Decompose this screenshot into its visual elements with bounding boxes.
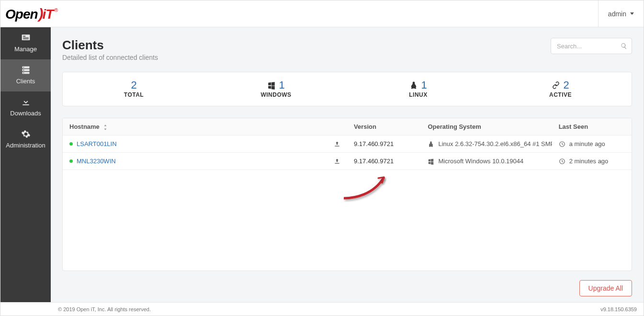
windows-icon bbox=[267, 81, 276, 90]
os-text: Linux 2.6.32-754.30.2.el6.x86_64 #1 SMP… bbox=[438, 140, 552, 147]
windows-icon bbox=[428, 158, 434, 165]
col-version[interactable]: Version bbox=[347, 118, 421, 135]
table-row: LSART001LIN 9.17.460.9721 Linux 2.6.32-7… bbox=[63, 135, 632, 153]
status-dot bbox=[69, 159, 73, 163]
user-menu[interactable]: admin bbox=[598, 0, 644, 27]
clients-table: Hostname Version Operating System Last S… bbox=[63, 118, 632, 170]
manage-icon bbox=[20, 33, 32, 43]
sort-icon bbox=[103, 124, 108, 130]
sidebar-item-label: Manage bbox=[14, 45, 37, 53]
stat-value: 2 bbox=[131, 80, 136, 90]
upload-icon[interactable] bbox=[334, 158, 340, 165]
col-os[interactable]: Operating System bbox=[421, 118, 552, 135]
footer-copyright: © 2019 Open iT, Inc. All rights reserved… bbox=[58, 306, 151, 312]
sidebar-item-clients[interactable]: Clients bbox=[0, 59, 51, 91]
link-icon bbox=[552, 81, 560, 90]
sidebar-item-label: Administration bbox=[6, 142, 45, 149]
stats-panel: 2 TOTAL 1 WINDOWS 1 LINUX bbox=[62, 72, 632, 106]
stat-value: 1 bbox=[279, 80, 284, 90]
upgrade-all-button[interactable]: Upgrade All bbox=[579, 280, 632, 296]
stat-label: WINDOWS bbox=[260, 91, 291, 98]
version-cell: 9.17.460.9721 bbox=[347, 135, 421, 153]
clients-table-panel: Hostname Version Operating System Last S… bbox=[62, 118, 632, 271]
hostname-link[interactable]: MNL3230WIN bbox=[77, 158, 116, 165]
main-content: Clients Detailed list of connected clien… bbox=[51, 27, 644, 302]
stat-windows[interactable]: 1 WINDOWS bbox=[205, 72, 347, 106]
last-seen-text: 2 minutes ago bbox=[569, 158, 609, 165]
page-title: Clients bbox=[62, 38, 158, 53]
os-text: Microsoft Windows 10.0.19044 bbox=[438, 158, 523, 165]
clock-icon bbox=[559, 158, 565, 165]
search-icon bbox=[621, 43, 627, 49]
col-hostname[interactable]: Hostname bbox=[63, 118, 347, 135]
sidebar-item-label: Clients bbox=[16, 78, 35, 85]
caret-down-icon bbox=[630, 12, 634, 15]
linux-icon bbox=[428, 141, 434, 147]
sidebar-item-administration[interactable]: Administration bbox=[0, 124, 51, 156]
status-dot bbox=[69, 142, 73, 146]
linux-icon bbox=[409, 81, 418, 90]
stat-label: TOTAL bbox=[124, 91, 144, 98]
footer: © 2019 Open iT, Inc. All rights reserved… bbox=[0, 302, 644, 316]
version-cell: 9.17.460.9721 bbox=[347, 153, 421, 170]
table-row: MNL3230WIN 9.17.460.9721 Microsoft Windo… bbox=[63, 153, 632, 170]
col-last-seen[interactable]: Last Seen bbox=[552, 118, 632, 135]
stat-total[interactable]: 2 TOTAL bbox=[63, 72, 205, 106]
hostname-link[interactable]: LSART001LIN bbox=[77, 140, 117, 147]
stat-active[interactable]: 2 ACTIVE bbox=[489, 72, 632, 106]
sidebar-item-manage[interactable]: Manage bbox=[0, 27, 51, 59]
topbar: Open)iT® admin bbox=[0, 0, 644, 27]
stat-value: 1 bbox=[421, 80, 427, 90]
sidebar: Manage Clients Downloads Administration bbox=[0, 27, 51, 302]
download-icon bbox=[20, 97, 32, 107]
clients-icon bbox=[20, 65, 32, 75]
page-subtitle: Detailed list of connected clients bbox=[62, 54, 158, 61]
gears-icon bbox=[20, 129, 32, 139]
last-seen-text: a minute ago bbox=[569, 140, 605, 147]
user-label: admin bbox=[608, 10, 626, 18]
search-input[interactable] bbox=[551, 38, 632, 54]
sidebar-item-label: Downloads bbox=[10, 110, 41, 117]
stat-label: LINUX bbox=[409, 91, 428, 98]
sidebar-item-downloads[interactable]: Downloads bbox=[0, 91, 51, 124]
search-wrap bbox=[551, 38, 632, 54]
stat-label: ACTIVE bbox=[549, 91, 572, 98]
clock-icon bbox=[559, 141, 565, 147]
upload-icon[interactable] bbox=[334, 141, 340, 147]
footer-version: v9.18.150.6359 bbox=[600, 306, 637, 312]
stat-linux[interactable]: 1 LINUX bbox=[347, 72, 489, 106]
logo[interactable]: Open)iT® bbox=[0, 6, 57, 22]
stat-value: 2 bbox=[563, 80, 569, 90]
